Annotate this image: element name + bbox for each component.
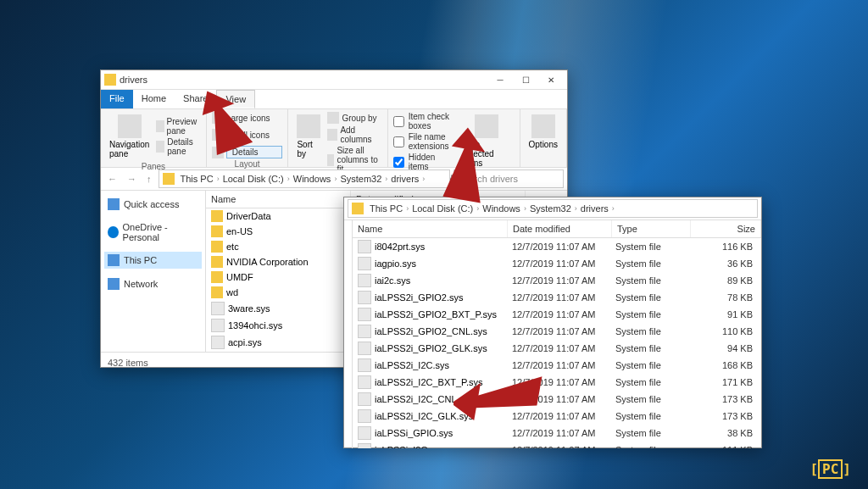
details-pane-button[interactable]: Details pane [156, 136, 201, 157]
nav-this-pc[interactable]: This PC [104, 252, 202, 269]
file-extensions-checkbox[interactable]: File name extensions [393, 131, 456, 152]
breadcrumb-segment[interactable]: Windows [480, 203, 523, 214]
file-row[interactable]: i8042prt.sys12/7/2019 11:07 AMSystem fil… [353, 238, 761, 255]
file-row[interactable]: iaLPSS2i_GPIO2_BXT_P.sys12/7/2019 11:07 … [353, 306, 761, 323]
tab-share[interactable]: Share [175, 90, 216, 108]
tab-view[interactable]: View [216, 90, 255, 108]
tab-file[interactable]: File [101, 90, 133, 108]
file-icon [358, 358, 371, 372]
navigation-pane-button[interactable]: Navigation pane [106, 111, 153, 162]
breadcrumb-segment[interactable]: This PC [367, 203, 405, 214]
file-type: System file [610, 410, 688, 422]
nav-onedrive[interactable]: OneDrive - Personal [104, 219, 202, 245]
file-row[interactable]: iagpio.sys12/7/2019 11:07 AMSystem file3… [353, 255, 761, 272]
up-button[interactable]: ↑ [143, 174, 155, 184]
file-type: System file [610, 427, 688, 439]
close-button[interactable]: ✕ [538, 71, 564, 88]
file-row[interactable]: iaLPSS2i_I2C.sys12/7/2019 11:07 AMSystem… [353, 357, 761, 374]
file-row[interactable]: iaLPSSi_I2C.sys12/7/2019 11:07 AMSystem … [353, 442, 761, 448]
breadcrumb[interactable]: This PC›Local Disk (C:)›Windows›System32… [348, 199, 758, 218]
file-type: System file [610, 376, 688, 388]
col-size[interactable]: Size [691, 220, 761, 237]
hide-selected-button[interactable]: Hide selected items [459, 111, 514, 172]
layout-group-label: Layout [212, 159, 283, 169]
breadcrumb-segment[interactable]: System32 [337, 174, 384, 184]
file-date: 12/7/2019 11:07 AM [507, 241, 610, 253]
file-name: DriverData [226, 211, 271, 221]
nav-quick-access[interactable]: Quick access [104, 196, 202, 213]
file-icon [358, 342, 371, 355]
maximize-button[interactable]: ☐ [513, 71, 538, 88]
file-name: NVIDIA Corporation [226, 257, 309, 267]
breadcrumb-segment[interactable]: Local Disk (C:) [409, 203, 476, 214]
file-size: 168 KB [688, 359, 758, 371]
file-row[interactable]: iaLPSS2i_GPIO2.sys12/7/2019 11:07 AMSyst… [353, 289, 761, 306]
file-type: System file [610, 241, 688, 253]
file-icon [358, 375, 371, 389]
breadcrumb-segment[interactable]: drivers [388, 174, 421, 184]
file-icon [358, 257, 371, 270]
file-date: 12/7/2019 11:07 AM [507, 342, 610, 354]
tab-home[interactable]: Home [133, 90, 175, 108]
group-by-button[interactable]: Group by [327, 111, 381, 125]
file-row[interactable]: iaLPSS2i_I2C_CNL.sys12/7/2019 11:07 AMSy… [353, 391, 761, 408]
options-button[interactable]: Options [526, 111, 561, 156]
file-name: iagpio.sys [375, 258, 416, 269]
large-icons-button[interactable]: Large icons [212, 111, 283, 125]
file-icon [358, 274, 371, 287]
file-date: 12/7/2019 11:07 AM [507, 292, 610, 303]
file-name: UMDF [226, 272, 253, 282]
file-icon [358, 392, 371, 406]
breadcrumb-segment[interactable]: Windows [291, 174, 334, 184]
breadcrumb-segment[interactable]: System32 [527, 203, 574, 214]
minimize-button[interactable]: ─ [487, 71, 513, 88]
file-size: 171 KB [688, 376, 758, 388]
col-date[interactable]: Date modified [508, 220, 612, 237]
breadcrumb-segment[interactable]: Local Disk (C:) [220, 174, 287, 184]
add-columns-button[interactable]: Add columns [327, 125, 381, 145]
file-date: 12/7/2019 11:07 AM [507, 410, 610, 422]
file-row[interactable]: iaLPSS2i_I2C_GLK.sys12/7/2019 11:07 AMSy… [353, 408, 761, 425]
breadcrumb-segment[interactable]: drivers [578, 203, 611, 214]
file-row[interactable]: iaLPSSi_GPIO.sys12/7/2019 11:07 AMSystem… [353, 425, 761, 442]
col-type[interactable]: Type [612, 220, 691, 237]
col-name[interactable]: Name [206, 191, 351, 208]
forward-button[interactable]: → [124, 174, 140, 184]
file-date: 12/7/2019 11:07 AM [507, 376, 610, 388]
file-type: System file [610, 359, 688, 371]
file-row[interactable]: iaLPSS2i_I2C_BXT_P.sys12/7/2019 11:07 AM… [353, 374, 761, 391]
col-name[interactable]: Name [353, 220, 508, 237]
titlebar[interactable]: drivers ─ ☐ ✕ [101, 70, 567, 90]
file-icon [358, 308, 371, 321]
breadcrumb[interactable]: This PC›Local Disk (C:)›Windows›System32… [159, 169, 451, 188]
file-size: 173 KB [688, 393, 758, 405]
small-icons-button[interactable]: Small icons [212, 128, 283, 142]
nav-network[interactable]: Network [104, 275, 202, 292]
file-size: 89 KB [688, 275, 758, 286]
file-name: iaLPSS2i_GPIO2_BXT_P.sys [375, 309, 497, 320]
file-name: iaLPSS2i_I2C_CNL.sys [375, 394, 473, 404]
file-name: 3ware.sys [228, 303, 270, 314]
column-headers[interactable]: Name Date modified Type Size [353, 220, 761, 238]
file-name: acpi.sys [228, 337, 262, 347]
back-button[interactable]: ← [104, 174, 120, 184]
file-row[interactable]: iaLPSS2i_GPIO2_GLK.sys12/7/2019 11:07 AM… [353, 340, 761, 357]
file-row[interactable]: iai2c.sys12/7/2019 11:07 AMSystem file89… [353, 272, 761, 289]
file-name: iaLPSS2i_GPIO2_CNL.sys [375, 326, 487, 336]
file-date: 12/7/2019 11:07 AM [507, 325, 610, 337]
breadcrumb-segment[interactable]: This PC [178, 174, 216, 184]
file-row[interactable]: iaLPSS2i_GPIO2_CNL.sys12/7/2019 11:07 AM… [353, 323, 761, 340]
file-size: 173 KB [688, 410, 758, 422]
file-size: 36 KB [688, 258, 758, 270]
file-date: 12/7/2019 11:07 AM [507, 275, 610, 286]
item-checkboxes-checkbox[interactable]: Item check boxes [393, 111, 456, 131]
file-name: iaLPSS2i_I2C_GLK.sys [375, 411, 473, 421]
preview-pane-button[interactable]: Preview pane [156, 116, 201, 136]
file-name: iaLPSS2i_GPIO2.sys [375, 292, 464, 303]
file-list: Name Date modified Type Size i8042prt.sy… [344, 220, 761, 448]
file-icon [211, 241, 223, 253]
details-layout-button[interactable]: Details [212, 145, 283, 159]
file-icon [358, 325, 371, 338]
search-input[interactable]: Search drivers [453, 169, 564, 188]
sort-by-button[interactable]: Sort by [293, 111, 324, 175]
